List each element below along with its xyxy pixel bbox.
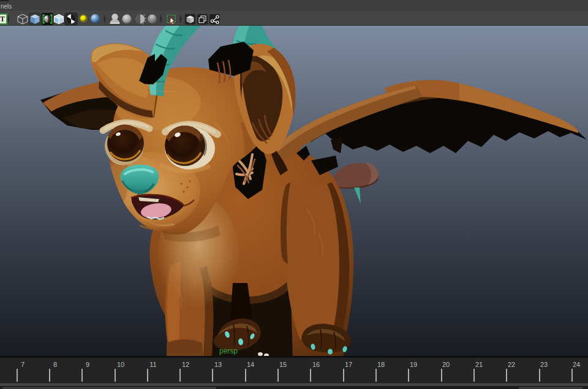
svg-text:T: T (0, 15, 5, 23)
svg-text:persp: persp (219, 347, 238, 355)
